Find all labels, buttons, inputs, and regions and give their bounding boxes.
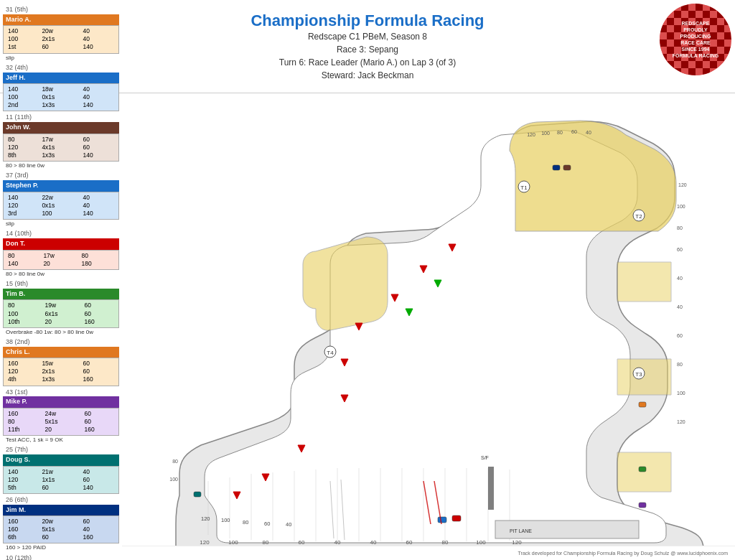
card-header: Jim M. [3,505,119,516]
svg-rect-68 [639,467,646,472]
svg-text:T2: T2 [635,213,642,220]
svg-text:40: 40 [370,539,377,546]
svg-text:40: 40 [334,539,341,546]
pos-label: 11 (11th) [6,113,119,122]
left-sidebar: 31 (5th)Mario A.14020w401002x1s401st6014… [0,0,122,560]
track-svg: 120 100 80 60 40 40 60 80 100 120 120 10… [122,93,735,560]
player-card-doug: 25 (7th)Doug S.14021w401201x1s605th60140 [3,446,119,494]
card-note: 160 > 120 PAID [6,544,116,551]
card-body: 14018w401000x1s402nd1x3s140 [3,83,119,111]
card-header: Mario A. [3,14,119,26]
svg-text:80: 80 [263,539,269,546]
svg-text:120: 120 [527,132,535,137]
card-note: Test ACC, 1 sk = 9 OK [6,437,116,444]
svg-text:60: 60 [406,539,413,546]
svg-text:120: 120 [200,539,210,546]
card-body: 8019w601006x1s6010th20160 [3,299,119,327]
player-card-don: 14 (10th)Don T.8017w801402018080 > 80 li… [3,230,119,278]
player-card-tim: 15 (9th)Tim B.8019w601006x1s6010th20160O… [3,280,119,336]
card-body: 14020w401002x1s401st60140 [3,25,119,53]
pos-label: 38 (2nd) [6,338,119,347]
pos-label: 43 (1st) [6,388,119,397]
player-card-mike: 43 (1st)Mike P.16024w60805x1s6011th20160… [3,388,119,444]
pos-label: 32 (4th) [6,64,119,73]
pos-label: 26 (6th) [6,496,119,505]
logo: REDSCAPEPROUDLYPRODUCINGRACE CARESINCE 1… [660,4,731,75]
svg-text:S/F: S/F [481,455,489,460]
logo-text: REDSCAPEPROUDLYPRODUCINGRACE CARESINCE 1… [673,20,718,60]
svg-text:100: 100 [476,539,486,546]
card-note: Overbrake -80 1w: 80 > 80 line 0w [6,329,116,336]
svg-text:60: 60 [677,333,683,338]
subtitle3: Turn 6: Race Leader (Mario A.) on Lap 3 … [251,56,484,69]
player-card-mario: 31 (5th)Mario A.14020w401002x1s401st6014… [3,6,119,62]
track-area: Sepang, Malaysia, 2016 [122,93,735,560]
card-note: 80 > 80 line 0w [6,162,116,169]
svg-text:40: 40 [586,130,591,135]
svg-text:120: 120 [678,182,687,187]
card-note: slip [6,220,116,228]
svg-text:100: 100 [228,539,238,546]
svg-text:PIT LANE: PIT LANE [510,528,532,533]
svg-text:100: 100 [677,204,685,209]
card-body: 16020w601605x1s406th60160 [3,515,119,543]
svg-rect-66 [452,515,461,521]
svg-text:60: 60 [264,521,270,527]
pos-label: 10 (12th) [6,554,119,560]
card-note: slip [6,55,116,62]
svg-text:120: 120 [677,419,685,424]
footer: Track developed for Championship Formula… [122,546,735,560]
svg-text:80: 80 [172,459,178,464]
svg-text:80: 80 [557,130,563,135]
svg-text:T4: T4 [327,350,334,356]
svg-text:100: 100 [169,477,178,482]
svg-rect-69 [639,503,646,508]
subtitle1: Redscape C1 PBeM, Season 8 [251,30,484,43]
svg-text:T3: T3 [635,371,642,378]
player-card-stephen: 37 (3rd)Stephen P.14022w401200x1s403rd10… [3,172,119,228]
card-body: 8017w8014020180 [3,250,119,270]
svg-text:40: 40 [677,304,683,309]
svg-text:60: 60 [571,129,577,134]
player-card-chris_b: 10 (12th)Chris B.14024w60803x1s6012th201… [3,554,119,560]
subtitle2: Race 3: Sepang [251,43,484,56]
svg-text:80: 80 [243,519,248,526]
svg-text:120: 120 [201,515,210,522]
card-body: 14022w401200x1s403rd100140 [3,192,119,220]
card-header: Stephen P. [3,180,119,192]
svg-text:60: 60 [299,539,305,546]
svg-rect-56 [488,467,494,510]
pos-label: 31 (5th) [6,6,119,14]
svg-text:80: 80 [442,539,449,546]
player-card-john: 11 (11th)John W.8017w601204x1s608th1x3s1… [3,113,119,169]
svg-text:100: 100 [677,391,685,396]
pos-label: 15 (9th) [6,280,119,289]
card-body: 16024w60805x1s6011th20160 [3,408,119,436]
card-body: 8017w601204x1s608th1x3s140 [3,134,119,162]
pos-label: 14 (10th) [6,230,119,238]
pos-label: 25 (7th) [6,446,119,454]
card-header: Jeff H. [3,73,119,84]
header-text: Championship Formula Racing Redscape C1 … [251,11,484,82]
player-card-jeff: 32 (4th)Jeff H.14018w401000x1s402nd1x3s1… [3,64,119,112]
pos-label: 37 (3rd) [6,172,119,180]
svg-text:100: 100 [221,517,230,523]
svg-text:60: 60 [677,247,683,252]
logo-image: REDSCAPEPROUDLYPRODUCINGRACE CARESINCE 1… [660,4,731,75]
player-card-chris_l: 38 (2nd)Chris L.16015w601202x1s604th1x3s… [3,338,119,386]
card-header: Don T. [3,238,119,250]
subtitle4: Steward: Jack Beckman [251,69,484,82]
svg-text:40: 40 [286,521,291,528]
card-note: 80 > 80 line 0w [6,271,116,278]
svg-text:40: 40 [677,276,683,281]
page-title: Championship Formula Racing [251,11,484,30]
card-header: Chris L. [3,347,119,358]
svg-text:80: 80 [677,225,683,230]
card-body: 14021w401201x1s605th60140 [3,466,119,494]
card-header: Tim B. [3,289,119,300]
svg-rect-67 [639,402,646,407]
card-header: John W. [3,122,119,134]
card-header: Mike P. [3,396,119,408]
svg-text:T1: T1 [520,185,528,191]
svg-text:100: 100 [541,131,550,136]
